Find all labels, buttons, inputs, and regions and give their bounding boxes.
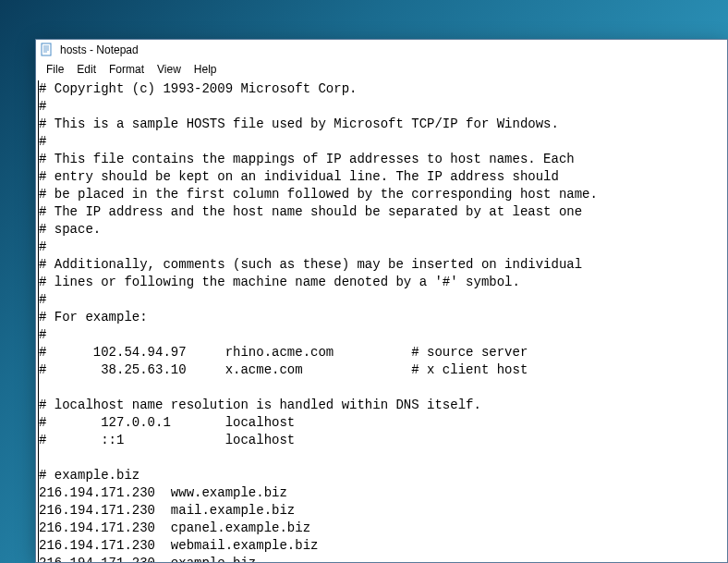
text-editor[interactable]: # Copyright (c) 1993-2009 Microsoft Corp…: [36, 79, 727, 562]
menu-help[interactable]: Help: [188, 62, 224, 77]
window-title: hosts - Notepad: [60, 43, 139, 56]
title-bar[interactable]: hosts - Notepad: [36, 40, 727, 60]
menu-file[interactable]: File: [40, 62, 70, 77]
menu-edit[interactable]: Edit: [70, 62, 103, 77]
notepad-icon: [40, 43, 55, 57]
notepad-window: hosts - Notepad File Edit Format View He…: [35, 39, 728, 563]
menu-format[interactable]: Format: [103, 62, 151, 77]
editor-content[interactable]: # Copyright (c) 1993-2009 Microsoft Corp…: [38, 80, 725, 562]
menu-view[interactable]: View: [151, 62, 188, 77]
menu-bar: File Edit Format View Help: [36, 60, 727, 79]
svg-rect-0: [42, 43, 51, 55]
